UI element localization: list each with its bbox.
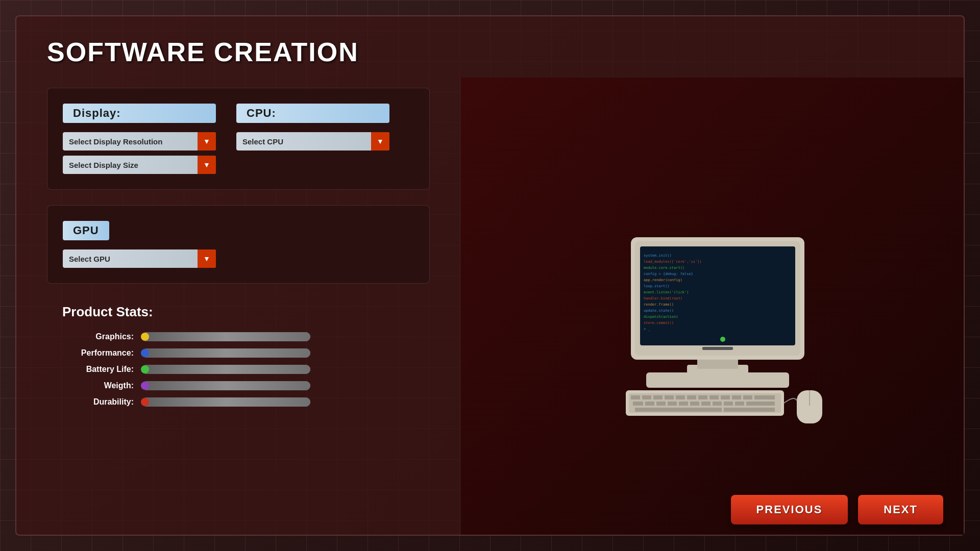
right-panel: system.init() load_modules(['core','ui']… [460, 78, 964, 535]
display-resolution-text: Select Display Resolution [63, 137, 198, 146]
svg-text:update.state(): update.state() [644, 309, 674, 313]
stat-track-durability [142, 397, 310, 407]
svg-rect-42 [713, 402, 722, 406]
svg-text:system.init(): system.init() [644, 254, 672, 258]
stat-label-graphics: Graphics: [62, 332, 134, 341]
svg-text:render.frame(): render.frame() [644, 303, 674, 307]
stat-dot-graphics [141, 333, 149, 341]
svg-rect-39 [679, 402, 688, 406]
svg-rect-46 [635, 408, 722, 412]
stat-bar-durability [142, 397, 310, 407]
svg-text:config = {debug: false}: config = {debug: false} [644, 272, 693, 276]
svg-rect-25 [653, 395, 663, 399]
svg-text:handler.bind(root): handler.bind(root) [644, 296, 682, 300]
display-resolution-dropdown[interactable]: Select Display Resolution ▼ [63, 132, 216, 151]
display-resolution-arrow: ▼ [198, 132, 216, 151]
display-dropdowns: Select Display Resolution ▼ Select Displ… [63, 132, 216, 174]
stat-track-performance [142, 348, 310, 358]
svg-rect-30 [709, 395, 719, 399]
page-title: SOFTWARE CREATION [16, 16, 964, 78]
svg-text:loop.start(): loop.start() [644, 284, 670, 288]
next-button[interactable]: NEXT [858, 495, 943, 524]
stat-bar-graphics [142, 332, 310, 341]
stat-row-performance: Performance: [62, 348, 414, 358]
stat-track-weight [142, 381, 310, 390]
cpu-column: CPU: Select CPU ▼ [236, 104, 389, 151]
cpu-arrow: ▼ [371, 132, 389, 151]
svg-text:module.core.start(): module.core.start() [644, 266, 684, 270]
stat-dot-performance [141, 349, 149, 357]
svg-rect-43 [724, 402, 733, 406]
stat-row-battery: Battery Life: [62, 365, 414, 374]
svg-rect-20 [646, 372, 789, 388]
svg-rect-19 [702, 347, 733, 350]
stat-label-battery: Battery Life: [62, 365, 134, 374]
svg-text:event.listen('click'): event.listen('click') [644, 290, 689, 294]
svg-rect-44 [735, 402, 744, 406]
stats-title: Product Stats: [62, 304, 414, 320]
computer-svg: system.init() load_modules(['core','ui']… [585, 191, 850, 426]
stat-dot-battery [141, 365, 149, 373]
stat-label-performance: Performance: [62, 348, 134, 358]
svg-text:load_modules(['core','ui']): load_modules(['core','ui']) [644, 260, 702, 264]
display-cpu-columns: Display: Select Display Resolution ▼ Sel… [63, 104, 414, 174]
svg-rect-29 [698, 395, 707, 399]
svg-text:app.render(config): app.render(config) [644, 278, 682, 282]
svg-rect-27 [676, 395, 685, 399]
stat-dot-weight [141, 382, 149, 390]
display-size-arrow: ▼ [198, 156, 216, 174]
svg-rect-34 [754, 395, 775, 399]
stat-row-durability: Durability: [62, 397, 414, 407]
svg-text:> _: > _ [644, 327, 650, 331]
gpu-card: GPU Select GPU ▼ [47, 205, 430, 284]
stat-label-weight: Weigth: [62, 381, 134, 390]
outer-frame: SOFTWARE CREATION Display: Select Displa… [0, 0, 980, 551]
computer-illustration: system.init() load_modules(['core','ui']… [585, 191, 840, 421]
previous-button[interactable]: PREVIOUS [731, 495, 848, 524]
cpu-text: Select CPU [236, 137, 371, 146]
main-panel: SOFTWARE CREATION Display: Select Displa… [15, 15, 965, 536]
svg-rect-32 [732, 395, 741, 399]
stat-dot-durability [141, 398, 149, 406]
gpu-arrow: ▼ [198, 249, 216, 268]
display-cpu-card: Display: Select Display Resolution ▼ Sel… [47, 88, 430, 190]
cpu-dropdowns: Select CPU ▼ [236, 132, 389, 151]
display-size-dropdown[interactable]: Select Display Size ▼ [63, 156, 216, 174]
svg-rect-26 [665, 395, 674, 399]
svg-rect-40 [690, 402, 699, 406]
cpu-label: CPU: [236, 104, 389, 123]
svg-rect-23 [631, 395, 640, 399]
stat-bar-battery [142, 365, 310, 374]
svg-rect-36 [645, 402, 654, 406]
bottom-bar: PREVIOUS NEXT [731, 495, 943, 524]
left-panel: Display: Select Display Resolution ▼ Sel… [16, 78, 460, 535]
gpu-dropdown[interactable]: Select GPU ▼ [63, 249, 216, 268]
gpu-text: Select GPU [63, 255, 198, 263]
stat-bar-performance [142, 348, 310, 358]
svg-rect-28 [687, 395, 696, 399]
svg-rect-35 [633, 402, 643, 406]
stat-bar-weight [142, 381, 310, 390]
display-label: Display: [63, 104, 216, 123]
svg-rect-38 [668, 402, 677, 406]
cpu-dropdown[interactable]: Select CPU ▼ [236, 132, 389, 151]
svg-text:store.commit(): store.commit() [644, 321, 674, 325]
product-stats-section: Product Stats: Graphics: Performance: [47, 299, 430, 424]
svg-rect-47 [724, 408, 775, 412]
svg-rect-37 [656, 402, 666, 406]
stat-label-durability: Durability: [62, 397, 134, 407]
display-size-text: Select Display Size [63, 161, 198, 169]
svg-rect-31 [721, 395, 730, 399]
content-area: Display: Select Display Resolution ▼ Sel… [16, 78, 964, 535]
svg-point-18 [720, 337, 725, 342]
stat-track-battery [142, 365, 310, 374]
stat-row-graphics: Graphics: [62, 332, 414, 341]
svg-rect-33 [743, 395, 752, 399]
svg-rect-41 [701, 402, 710, 406]
svg-rect-45 [746, 402, 775, 406]
svg-text:dispatch(action): dispatch(action) [644, 315, 678, 319]
stat-track-graphics [142, 332, 310, 341]
stat-row-weight: Weigth: [62, 381, 414, 390]
gpu-label: GPU [63, 221, 109, 240]
display-column: Display: Select Display Resolution ▼ Sel… [63, 104, 216, 174]
